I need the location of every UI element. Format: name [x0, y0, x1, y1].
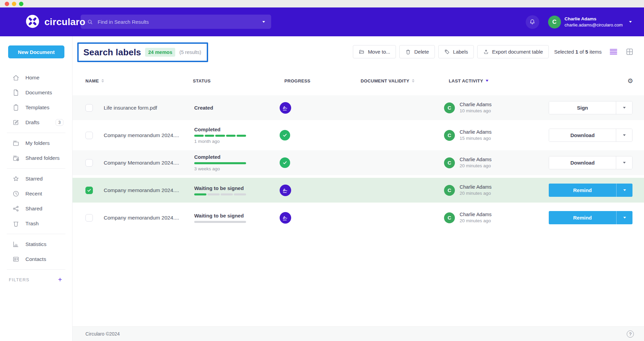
row-checkbox[interactable] — [85, 104, 93, 112]
user-name: Charlie Adams — [565, 16, 623, 22]
document-name[interactable]: Company Memorandum 2024.... — [104, 160, 179, 166]
sidebar-item-templates[interactable]: Templates — [0, 100, 72, 115]
row-checkbox[interactable] — [85, 187, 93, 194]
document-name[interactable]: Company memorandum 2024.... — [104, 132, 179, 138]
sidebar-item-trash[interactable]: Trash — [0, 216, 72, 231]
last-activity-cell: C Charlie Adams 20 minutes ago — [444, 184, 546, 197]
row-checkbox[interactable] — [85, 132, 93, 139]
grid-view-button[interactable] — [625, 48, 634, 56]
download-button[interactable]: Download — [549, 156, 616, 169]
sidebar-item-shared[interactable]: Shared — [0, 201, 72, 216]
row-action-split-button: Remind — [549, 184, 632, 197]
row-action-dropdown-button[interactable] — [616, 129, 632, 141]
table-row[interactable]: Company memorandum 2024.... Waiting to b… — [73, 178, 644, 203]
sign-button[interactable]: Sign — [549, 101, 616, 114]
column-header-last-activity[interactable]: LAST ACTIVITY — [444, 78, 546, 83]
checkbox-cell — [85, 132, 104, 139]
row-checkbox[interactable] — [85, 214, 93, 222]
checkbox-cell — [85, 187, 104, 194]
sort-desc-icon — [486, 80, 488, 82]
sidebar-item-contacts[interactable]: Contacts — [0, 252, 72, 267]
minimize-window-button[interactable] — [12, 2, 16, 6]
column-header-progress[interactable]: PROGRESS — [275, 78, 356, 83]
row-action-dropdown-button[interactable] — [616, 156, 632, 169]
progress-bar — [194, 135, 246, 137]
app-logo[interactable]: circularo — [25, 14, 85, 30]
download-button[interactable]: Download — [549, 129, 616, 141]
new-document-button[interactable]: New Document — [8, 45, 64, 58]
status-label: Completed — [194, 127, 221, 132]
sidebar-item-my-folders[interactable]: My folders — [0, 136, 72, 151]
sidebar-item-label: Drafts — [25, 119, 39, 126]
page-title-highlight-box: Search labels 24 memos (5 results) — [77, 42, 208, 62]
sidebar-item-label: Shared folders — [25, 155, 60, 161]
sidebar-item-statistics[interactable]: Statistics — [0, 237, 72, 252]
progress-segment — [215, 135, 225, 137]
table-row[interactable]: Life insurance form.pdf Created C Charli… — [73, 95, 644, 120]
checkbox-cell — [85, 104, 104, 112]
copyright-text: Circularo ©2024 — [85, 331, 120, 337]
sidebar-item-recent[interactable]: Recent — [0, 186, 72, 201]
name-cell: Company memorandum 2024.... — [104, 215, 193, 221]
row-checkbox[interactable] — [85, 159, 93, 167]
column-header-name[interactable]: NAME — [85, 78, 193, 83]
share-icon — [12, 205, 20, 212]
sidebar-item-starred[interactable]: Starred — [0, 171, 72, 186]
sidebar-item-documents[interactable]: Documents — [0, 85, 72, 100]
column-header-status[interactable]: STATUS — [193, 78, 275, 83]
delete-icon — [405, 49, 411, 55]
search-input[interactable] — [98, 19, 259, 25]
status-cell: Waiting to be signed — [193, 185, 275, 195]
activity-time: 10 minutes ago — [460, 108, 491, 114]
sidebar-nav: HomeDocumentsTemplatesDrafts3My foldersS… — [0, 70, 72, 270]
document-name[interactable]: Company memorandum 2024.... — [104, 215, 179, 221]
row-action-dropdown-button[interactable] — [616, 101, 632, 114]
contacts-icon — [12, 255, 20, 263]
sidebar-item-shared-folders[interactable]: Shared folders — [0, 151, 72, 166]
tag-icon — [444, 49, 450, 55]
table-settings-button[interactable]: ⚙ — [546, 77, 644, 85]
user-menu[interactable]: C Charlie Adams charlie.adams@circularo.… — [548, 16, 632, 29]
document-name[interactable]: Life insurance form.pdf — [104, 105, 157, 111]
progress-cell — [275, 130, 356, 140]
table-row[interactable]: Company memorandum 2024.... Completed 1 … — [73, 123, 644, 148]
column-header-document-validity[interactable]: DOCUMENT VALIDITY — [356, 78, 444, 83]
activity-time: 20 minutes ago — [460, 190, 491, 197]
remind-button[interactable]: Remind — [549, 211, 616, 224]
row-action-dropdown-button[interactable] — [616, 211, 632, 224]
sidebar-item-drafts[interactable]: Drafts3 — [0, 115, 72, 130]
labels-button[interactable]: Labels — [438, 45, 474, 58]
list-view-button[interactable] — [609, 48, 618, 56]
trash-icon — [12, 220, 20, 227]
sidebar-item-label: Statistics — [25, 241, 46, 247]
export-document-table-button[interactable]: Export document table — [477, 45, 549, 58]
move-to-button[interactable]: Move to... — [353, 45, 396, 58]
template-icon — [12, 104, 20, 111]
notifications-button[interactable] — [526, 15, 539, 29]
delete-button[interactable]: Delete — [399, 45, 435, 58]
search-dropdown-icon[interactable] — [262, 21, 265, 23]
global-search[interactable] — [81, 15, 271, 29]
close-window-button[interactable] — [5, 2, 9, 6]
progress-cell — [275, 212, 356, 224]
table-row[interactable]: Company memorandum 2024.... Waiting to b… — [73, 205, 644, 230]
grid-view-icon — [625, 48, 634, 56]
add-filter-button[interactable]: + — [58, 276, 62, 283]
shared-folder-icon — [12, 154, 20, 162]
row-action-dropdown-button[interactable] — [616, 184, 632, 197]
document-icon — [12, 89, 20, 96]
checkbox-cell — [85, 214, 104, 222]
activity-user: Charlie Adams — [460, 129, 491, 135]
progress-segment — [194, 193, 206, 195]
row-action-split-button: Sign — [549, 101, 632, 114]
zoom-window-button[interactable] — [19, 2, 23, 6]
progress-cell — [275, 102, 356, 114]
remind-button[interactable]: Remind — [549, 184, 616, 197]
document-name[interactable]: Company memorandum 2024.... — [104, 187, 179, 193]
help-icon[interactable]: ? — [627, 330, 634, 338]
sidebar-item-home[interactable]: Home — [0, 70, 72, 85]
filters-section: FILTERS + — [0, 274, 72, 285]
table-row[interactable]: Company Memorandum 2024.... Completed 3 … — [73, 150, 644, 175]
export-icon — [483, 49, 489, 55]
filters-label: FILTERS — [9, 277, 29, 282]
